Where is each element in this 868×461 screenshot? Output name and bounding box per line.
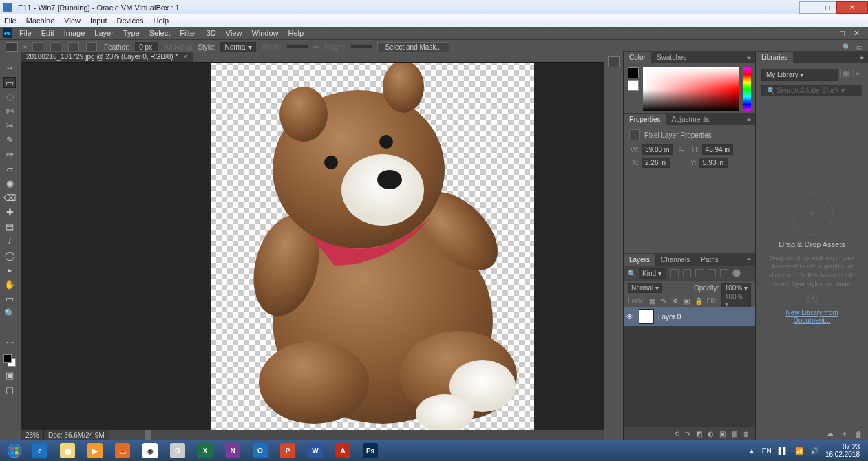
start-button[interactable] [3,442,26,460]
color-foreground-swatch[interactable] [628,67,639,78]
color-background-swatch[interactable] [628,80,639,91]
ps-menu-type[interactable]: Type [123,29,140,37]
link-layers-icon[interactable]: ⟲ [674,430,679,438]
lib-delete-icon[interactable]: 🗑 [855,430,862,438]
taskbar-app-firefox[interactable]: 🦊 [109,442,136,460]
blend-mode-select[interactable]: Normal ▾ [628,283,662,293]
help-icon[interactable]: ? [807,294,817,303]
lock-artboard-icon[interactable]: ▣ [684,297,691,305]
ps-menu-window[interactable]: Window [251,29,278,37]
vm-menu-input[interactable]: Input [90,17,107,25]
ps-maximize-button[interactable]: ◻ [839,29,845,38]
path-select-tool[interactable]: ✋ [3,279,16,290]
selection-intersect-icon[interactable] [86,42,97,52]
lasso-tool[interactable]: ◌ [3,92,16,103]
selection-subtract-icon[interactable] [68,42,79,52]
taskbar-app-onenote[interactable]: N [220,442,246,460]
ps-menu-select[interactable]: Select [149,29,171,37]
clone-stamp-tool[interactable]: ◉ [3,178,16,189]
artboard[interactable] [211,63,534,430]
hue-strip[interactable] [743,67,751,111]
adjustment-layer-icon[interactable]: ◐ [708,430,714,438]
ps-minimize-button[interactable]: — [823,29,831,38]
workspace-switcher-icon[interactable]: ▭ [856,43,862,51]
taskbar-app-ie[interactable]: e [27,442,53,460]
filter-toggle[interactable] [732,269,741,277]
properties-panel-menu-icon[interactable]: ≡ [747,116,755,123]
layer-row[interactable]: 👁 Layer 0 [624,307,755,326]
marquee-tool[interactable]: ▭ [3,77,16,88]
filter-type-icon[interactable] [695,269,703,277]
hand-tool[interactable]: 🔍 [3,308,16,319]
layer-thumbnail[interactable] [639,309,654,324]
new-library-link[interactable]: New Library from Document... [767,309,857,324]
tab-adjustments[interactable]: Adjustments [666,114,715,125]
prop-y-input[interactable]: 5.93 in [699,158,728,168]
layer-visibility-icon[interactable]: 👁 [626,313,635,321]
lang-indicator[interactable]: EN [762,447,772,455]
lock-paint-icon[interactable]: ✎ [660,297,668,305]
ps-menu-edit[interactable]: Edit [41,29,54,37]
library-search-input[interactable]: 🔍 Search Adobe Stock ▾ [761,85,862,96]
edit-toolbar-icon[interactable]: ⋯ [3,337,16,348]
ps-menu-view[interactable]: View [226,29,242,37]
filter-pixel-icon[interactable] [670,269,679,277]
move-tool[interactable]: ↔ [3,63,16,74]
ps-menu-filter[interactable]: Filter [180,29,196,37]
vm-menu-machine[interactable]: Machine [26,17,55,25]
quickmask-icon[interactable]: ▣ [3,370,16,381]
eyedropper-tool[interactable]: ✎ [3,135,16,146]
eraser-tool[interactable]: ⌫ [3,193,16,204]
mask-icon[interactable]: ◩ [696,430,702,438]
taskbar-app-excel[interactable]: X [192,442,218,460]
vm-maximize-button[interactable]: ◻ [818,1,837,14]
ps-menu-image[interactable]: Image [64,29,85,37]
document-tab[interactable]: 20180216_101729.jpg @ 23% (Layer 0, RGB/… [21,51,193,62]
gradient-tool[interactable]: ✚ [3,207,16,218]
canvas-viewport[interactable] [21,63,613,430]
healing-brush-tool[interactable]: ✏ [3,149,16,160]
selection-new-icon[interactable] [32,42,43,52]
taskbar-app-media[interactable]: ▶ [82,442,108,460]
lock-transparent-icon[interactable]: ▦ [648,297,656,305]
horizontal-scrollbar[interactable]: 23% Doc: 36.6M/24.9M ▶ [21,430,613,440]
vm-minimize-button[interactable]: — [799,1,818,14]
taskbar-app-word[interactable]: W [302,442,328,460]
lock-position-icon[interactable]: ✥ [672,297,679,305]
library-select[interactable]: My Library ▾ [761,69,838,81]
brush-tool[interactable]: ▱ [3,164,16,175]
tab-channels[interactable]: Channels [655,254,695,266]
ps-menu-3d[interactable]: 3D [207,29,216,37]
group-icon[interactable]: ▣ [719,430,726,438]
vm-menu-file[interactable]: File [4,17,17,25]
vm-menu-help[interactable]: Help [154,17,169,25]
ps-menu-help[interactable]: Help [288,29,304,37]
ps-menu-layer[interactable]: Layer [94,29,114,37]
crop-tool[interactable]: ✂ [3,120,16,131]
color-swatches[interactable] [3,354,16,367]
style-select[interactable]: Normal ▾ [220,42,256,52]
lib-grid-view-icon[interactable]: ▦ [840,69,850,78]
delete-layer-icon[interactable]: 🗑 [743,430,750,438]
color-panel-menu-icon[interactable]: ≡ [747,54,755,61]
libraries-panel-menu-icon[interactable]: ≡ [860,54,868,61]
tab-libraries[interactable]: Libraries [756,52,793,63]
tray-network-icon[interactable]: 📶 [795,447,803,455]
screenmode-icon[interactable]: ▢ [3,385,16,396]
link-wh-icon[interactable]: ⇋ [676,146,687,153]
doc-info[interactable]: Doc: 36.6M/24.9M [44,430,109,440]
new-layer-icon[interactable]: ▦ [731,430,737,438]
taskbar-app-photoshop[interactable]: Ps [357,442,383,460]
tab-properties[interactable]: Properties [624,114,666,125]
taskbar-app-outlook[interactable]: O [247,442,273,460]
rectangle-tool[interactable]: ▭ [3,294,16,305]
tab-layers[interactable]: Layers [624,254,655,266]
lock-all-icon[interactable]: 🔒 [695,297,702,305]
close-tab-icon[interactable]: × [183,53,187,61]
prop-x-input[interactable]: 2.26 in [642,158,670,168]
fx-icon[interactable]: fx [685,430,690,438]
library-drop-zone[interactable]: + Drag & Drop Assets Drag and drop anyth… [761,96,862,421]
ps-menu-file[interactable]: File [19,29,32,37]
layers-filter-select[interactable]: Kind ▾ [639,268,666,279]
prop-h-input[interactable]: 46.94 in [702,144,734,155]
